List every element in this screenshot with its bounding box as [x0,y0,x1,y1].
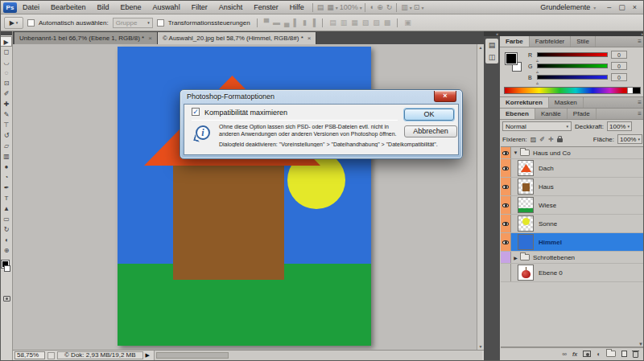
visibility-toggle[interactable] [501,178,511,195]
layer-group-haus-und-co[interactable]: ▼ Haus und Co [501,147,644,159]
tool-history-brush[interactable]: ↺ [1,130,12,141]
quick-mask-icon[interactable] [3,296,10,302]
group-closed-icon[interactable]: ▶ [511,255,520,260]
tab-close-icon[interactable]: × [148,33,152,44]
blue-slider[interactable] [537,75,608,80]
hand-tool-icon[interactable]: ◖ [368,3,375,11]
tool-pen[interactable]: ✒ [1,183,12,193]
tool-eyedropper[interactable]: ✐ [1,88,12,99]
background-color-swatch[interactable] [4,265,10,272]
panel-menu-icon[interactable]: ≡ [634,109,644,119]
list-scroll-down-icon[interactable]: ▼ [638,342,643,347]
maximize-button[interactable]: ▢ [618,3,625,11]
screen-mode-icon[interactable]: ⊡ [412,3,422,11]
tool-type[interactable]: T [1,193,12,203]
transform-controls-checkbox[interactable] [157,19,164,27]
tab-ebenen[interactable]: Ebenen [500,109,535,119]
info-panel-icon[interactable]: ◫ [489,53,496,61]
dialog-title[interactable]: Photoshop-Formatoptionen [180,90,462,104]
ok-button[interactable]: OK [404,109,454,121]
visibility-toggle[interactable] [501,196,511,214]
tool-path-selection[interactable]: ▲ [1,203,12,214]
view-extras-icon[interactable]: ▦ [325,3,336,11]
tab-farbfelder[interactable]: Farbfelder [530,36,571,47]
tab-farbe[interactable]: Farbe [500,36,530,47]
menu-filter[interactable]: Filter [186,1,213,14]
document-tab-auswahl-20[interactable]: © Auswahl_20.jpg bei 58,7% (Himmel, RGB/… [158,32,317,44]
tool-dodge[interactable]: ◔ [1,172,12,183]
current-tool-icon[interactable]: ▶ ▾ [4,17,23,29]
horizontal-scrollbar[interactable] [154,351,482,360]
group-open-icon[interactable]: ▼ [511,150,520,155]
auto-align-layers-icon[interactable]: ▣ [404,18,411,27]
foreground-color-swatch[interactable] [506,53,517,64]
layer-wiese[interactable]: Wiese [501,196,644,215]
lock-pixels-icon[interactable]: ✐ [539,136,545,143]
new-group-icon[interactable] [606,351,616,357]
launch-bridge-icon[interactable]: ▤ [316,3,326,11]
scroll-down-icon[interactable]: ▼ [479,344,483,349]
workspace-switcher[interactable]: Grundelemente ▾ [540,3,596,11]
new-layer-icon[interactable] [621,351,627,357]
dialog-close-button[interactable]: × [434,91,456,102]
tool-healing-brush[interactable]: ✚ [1,99,12,109]
collapse-dock-handle[interactable]: « [484,31,500,36]
visibility-toggle[interactable] [501,147,511,158]
red-value-field[interactable]: 0 [611,51,627,59]
distribute-bottom-icon[interactable]: ▦ [351,18,358,27]
visibility-toggle[interactable] [501,233,511,251]
maximize-compatibility-checkbox[interactable]: ✓ [192,108,200,116]
tool-marquee[interactable]: ◻ [1,47,12,57]
align-right-icon[interactable]: ▐ [311,18,316,27]
align-bottom-icon[interactable]: ▄ [284,18,289,27]
tool-hand[interactable]: ◖ [1,235,12,245]
tool-eraser[interactable]: ▱ [1,141,12,151]
scroll-up-icon[interactable]: ▲ [479,45,483,50]
spectrum-white-swatch[interactable] [627,88,633,93]
zoom-tool-icon[interactable]: ⊕ [375,3,385,11]
tool-move[interactable]: ▶ [1,36,12,47]
status-flyout-arrow-icon[interactable]: ▶ [146,352,150,359]
distribute-hcenter-icon[interactable]: ▨ [373,18,380,27]
green-slider[interactable] [537,64,608,68]
layer-style-icon[interactable]: fx [572,351,577,357]
menu-hilfe[interactable]: Hilfe [284,1,310,14]
tab-korrekturen[interactable]: Korrekturen [500,97,549,108]
link-layers-icon[interactable]: ∞ [562,351,567,358]
lock-transparency-icon[interactable]: ▨ [530,136,537,143]
fill-field[interactable]: 100% ▾ [617,134,642,144]
arrange-documents-icon[interactable]: ▥ [399,3,410,11]
distribute-top-icon[interactable]: ▤ [329,18,336,27]
distribute-right-icon[interactable]: ▩ [384,18,391,27]
tab-close-icon[interactable]: × [308,33,312,44]
layer-himmel-selected[interactable]: Himmel [501,233,644,252]
tab-pfade[interactable]: Pfade [568,109,597,119]
distribute-vcenter-icon[interactable]: ▥ [341,18,348,27]
tool-brush[interactable]: ✎ [1,109,12,120]
tool-rotate-view[interactable]: ↻ [1,224,12,235]
menu-bild[interactable]: Bild [92,1,115,14]
visibility-toggle[interactable] [501,264,511,281]
visibility-toggle[interactable] [501,159,511,177]
history-panel-icon[interactable]: ▤ [489,41,496,49]
tab-kanaele[interactable]: Kanäle [535,109,568,119]
tab-masken[interactable]: Masken [549,97,584,108]
toolbox-header[interactable] [1,31,12,35]
menu-ansicht[interactable]: Ansicht [213,1,249,14]
spectrum-black-swatch[interactable] [633,88,640,93]
align-left-icon[interactable]: ▌ [293,18,298,27]
menu-fenster[interactable]: Fenster [248,1,284,14]
rotate-view-icon[interactable]: ↻ [385,3,394,11]
status-zoom-field[interactable]: 58,75% [14,351,45,359]
adjustment-layer-icon[interactable]: ◐ [597,351,601,358]
align-hcenter-icon[interactable]: ▮ [303,18,307,27]
add-mask-icon[interactable] [583,351,591,357]
tab-stile[interactable]: Stile [571,36,596,47]
layer-dach[interactable]: Dach [501,159,644,178]
tool-quick-selection[interactable]: ◌ [1,68,12,78]
lock-all-icon[interactable] [557,138,563,142]
panel-menu-icon[interactable]: ≡ [634,97,644,108]
menu-auswahl[interactable]: Auswahl [147,1,186,14]
tool-crop[interactable]: ⊡ [1,78,12,88]
opacity-field[interactable]: 100% ▾ [607,121,632,131]
